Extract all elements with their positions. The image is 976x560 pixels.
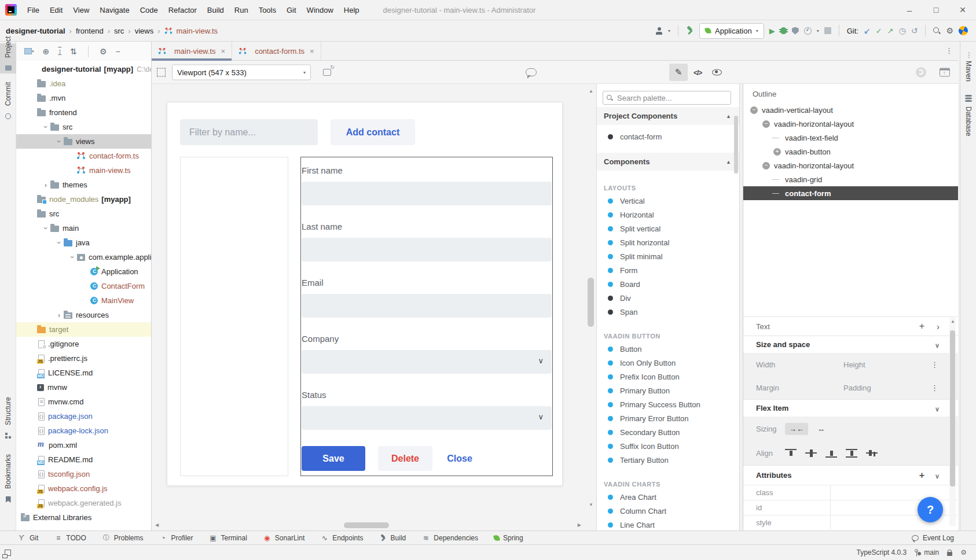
run-button[interactable]: ▶: [769, 27, 775, 35]
tree-chevron-icon[interactable]: ›: [42, 224, 50, 233]
tree-row[interactable]: › src: [16, 120, 151, 134]
tool-window-button[interactable]: Git: [17, 533, 38, 542]
filter-input[interactable]: [180, 119, 318, 145]
tab-close-icon[interactable]: ×: [310, 47, 314, 56]
run-config-select[interactable]: Application ▾: [699, 23, 764, 39]
palette-item[interactable]: Form: [597, 263, 739, 277]
tree-row[interactable]: package-lock.json: [16, 423, 151, 438]
panel-settings-gear-icon[interactable]: ⚙: [100, 47, 107, 56]
palette-item[interactable]: Primary Button: [597, 384, 739, 397]
palette-item[interactable]: Suffix Icon Button: [597, 439, 739, 453]
close-icon[interactable]: [949, 0, 976, 20]
close-button[interactable]: Close: [439, 446, 480, 471]
stripe-tab-commit[interactable]: Commit: [0, 91, 16, 122]
align-stretch-icon[interactable]: [846, 449, 857, 458]
breadcrumb-item[interactable]: designer-tutorial: [6, 27, 76, 35]
menu-item[interactable]: File: [22, 0, 45, 20]
outline-row[interactable]: vaadin-horizontal-layout: [743, 159, 958, 172]
collapse-all-icon[interactable]: ⇅: [70, 47, 77, 56]
tree-row[interactable]: › resources: [16, 308, 151, 322]
field-input[interactable]: [302, 294, 552, 318]
tree-chevron-icon[interactable]: ›: [41, 180, 50, 189]
attribute-value-cell[interactable]: [830, 485, 958, 500]
stripe-tab-maven[interactable]: Maven: [964, 61, 973, 79]
palette-item[interactable]: Horizontal: [597, 208, 739, 222]
locate-file-icon[interactable]: ⊕: [43, 47, 50, 56]
rotate-viewport-icon[interactable]: [323, 69, 331, 76]
grid-component[interactable]: [180, 157, 288, 476]
preview-mode-button[interactable]: [712, 69, 722, 75]
outline-toggle-icon[interactable]: [750, 106, 758, 114]
git-branch-widget[interactable]: main: [915, 548, 939, 557]
breadcrumb-item[interactable]: frontend: [76, 27, 114, 35]
outline-toggle-icon[interactable]: [773, 148, 781, 156]
palette-item[interactable]: Board: [597, 277, 739, 291]
align-baseline-icon[interactable]: [866, 449, 878, 458]
palette-item[interactable]: Prefix Icon Button: [597, 370, 739, 384]
palette-search-input[interactable]: [603, 91, 731, 105]
minimize-icon[interactable]: [896, 0, 923, 20]
code-mode-button[interactable]: [694, 67, 702, 78]
height-label[interactable]: Height: [843, 360, 865, 369]
palette-item[interactable]: Line Chart: [597, 518, 739, 530]
palette-item[interactable]: Secondary Button: [597, 425, 739, 439]
tool-window-button[interactable]: Build: [379, 533, 406, 542]
outline-row[interactable]: vaadin-vertical-layout: [743, 103, 958, 117]
stripe-tab-bookmarks[interactable]: Bookmarks: [0, 474, 16, 506]
history-icon[interactable]: ◷: [898, 26, 905, 35]
outline-row[interactable]: vaadin-text-field: [743, 131, 958, 145]
menu-item[interactable]: Tools: [254, 0, 281, 20]
collapse-chevron-icon[interactable]: ▲: [726, 113, 731, 119]
tree-row[interactable]: Application: [16, 264, 151, 279]
menu-item[interactable]: View: [68, 0, 94, 20]
tool-window-button[interactable]: TODO: [54, 533, 86, 542]
tool-window-toggle-icon[interactable]: [5, 550, 11, 556]
text-section-header[interactable]: Text: [743, 316, 958, 336]
field-input[interactable]: [302, 406, 552, 430]
menu-item[interactable]: Help: [339, 0, 365, 20]
more-tool-windows-icon[interactable]: ⋮: [966, 51, 973, 59]
tree-row[interactable]: contact-form.ts: [16, 149, 151, 163]
tree-row[interactable]: mvnw.cmd: [16, 395, 151, 409]
tree-row[interactable]: frontend: [16, 105, 151, 120]
tree-row[interactable]: README.md: [16, 452, 151, 467]
view-mode-icon[interactable]: ▾: [24, 48, 34, 54]
tab-close-icon[interactable]: ×: [221, 47, 226, 56]
hide-panel-icon[interactable]: −: [116, 47, 120, 56]
tree-row[interactable]: .idea: [16, 76, 151, 91]
breadcrumb-item[interactable]: main-view.ts: [164, 27, 218, 35]
outline-toggle-icon[interactable]: [773, 176, 781, 183]
tool-window-button[interactable]: Endpoints: [320, 533, 363, 542]
tree-row[interactable]: › themes: [16, 178, 151, 192]
debug-button[interactable]: [780, 27, 787, 34]
palette-item[interactable]: Split horizontal: [597, 235, 739, 249]
palette-item[interactable]: Vertical: [597, 194, 739, 208]
outline-toggle-icon[interactable]: [762, 162, 770, 170]
size-section-header[interactable]: Size and space: [743, 336, 958, 353]
tree-row[interactable]: tsconfig.json: [16, 467, 151, 481]
tool-window-button[interactable]: Dependencies: [421, 533, 478, 542]
scroll-down-icon[interactable]: ▼: [586, 502, 596, 507]
expand-all-icon[interactable]: ↕: [58, 47, 61, 56]
tree-row[interactable]: main-view.ts: [16, 163, 151, 178]
margin-label[interactable]: Margin: [756, 384, 843, 392]
outline-row[interactable]: vaadin-button: [743, 145, 958, 159]
palette-item[interactable]: Button: [597, 342, 739, 356]
tool-window-button[interactable]: Problems: [102, 533, 144, 542]
canvas-vertical-scrollbar[interactable]: ▲ ▼: [586, 84, 596, 530]
viewport-select[interactable]: Viewport (547 x 533) ▾: [172, 64, 311, 80]
kebab-menu-icon[interactable]: [931, 383, 938, 392]
settings-gear-icon[interactable]: ⚙: [946, 26, 953, 35]
tree-row[interactable]: LICENSE.md: [16, 366, 151, 380]
field-input[interactable]: [302, 182, 552, 205]
typescript-version[interactable]: TypeScript 4.0.3: [857, 548, 907, 557]
tool-window-button[interactable]: Spring: [494, 533, 523, 542]
align-start-icon[interactable]: [785, 449, 797, 458]
canvas-horizontal-scrollbar[interactable]: ◀ ▶: [154, 521, 582, 530]
profiler-button[interactable]: [804, 27, 812, 35]
field-input[interactable]: [302, 238, 552, 261]
search-everywhere-icon[interactable]: [933, 27, 941, 35]
open-in-new-window-icon[interactable]: [940, 68, 950, 76]
tree-chevron-icon[interactable]: ›: [68, 253, 77, 262]
flex-section-header[interactable]: Flex Item: [743, 399, 958, 417]
